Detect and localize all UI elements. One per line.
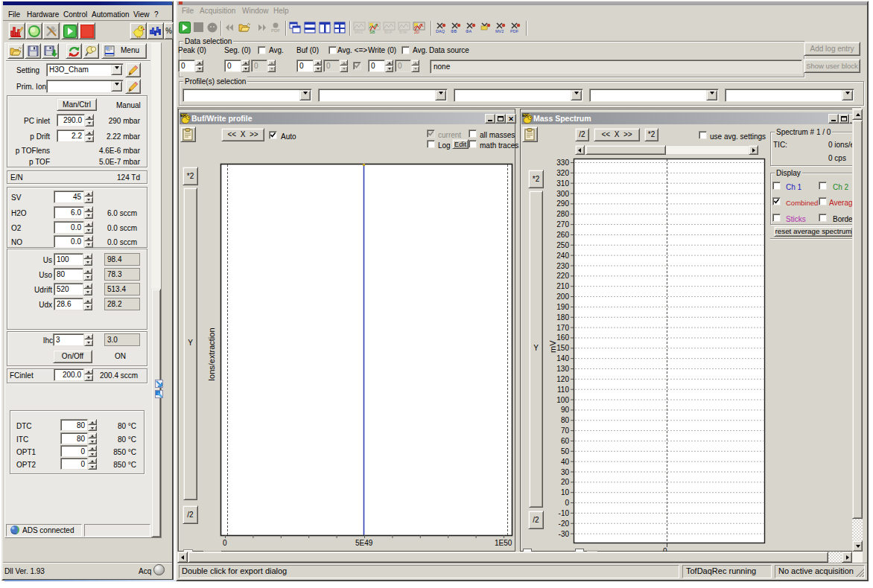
svg-text:MV2: MV2 <box>495 29 504 33</box>
svg-text:ΦB: ΦB <box>451 29 457 33</box>
svg-text:BUF: BUF <box>384 30 393 33</box>
svg-text:PDF: PDF <box>271 28 280 33</box>
svg-text:MV2: MV2 <box>355 30 363 33</box>
svg-text:2D: 2D <box>414 30 419 33</box>
svg-text:B/W: B/W <box>399 30 407 33</box>
svg-text:PDF: PDF <box>510 29 519 33</box>
svg-text:DAQ: DAQ <box>436 29 445 33</box>
svg-text:ΦA: ΦA <box>466 29 472 33</box>
svg-text:SB: SB <box>369 30 375 33</box>
